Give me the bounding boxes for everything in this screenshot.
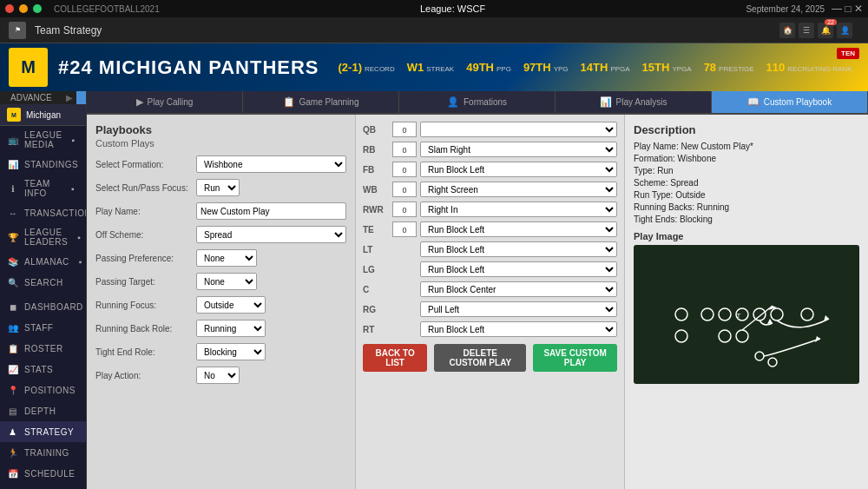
player-pos-rwr: RWR [363,205,389,215]
playbook-content: Playbooks Custom Plays Select Formation:… [87,115,868,489]
rb-role-label: Running Back Role: [95,324,191,334]
passing-pref-select[interactable]: None [196,249,257,267]
off-scheme-select[interactable]: Spread [196,226,346,243]
sidebar-item-staff[interactable]: 👥 STAFF [0,317,86,338]
home-icon[interactable]: 🏠 [779,23,795,38]
desc-type-label: Type: [634,166,657,175]
play-name-input[interactable] [196,202,346,220]
close-dot[interactable] [5,4,14,13]
back-to-list-button[interactable]: Back To List [363,344,427,372]
sidebar-item-league-media[interactable]: 📺 LEAGUE MEDIA ▪ [0,126,86,154]
sidebar-item-search[interactable]: 🔍 SEARCH [0,272,86,293]
tab-custom-playbook[interactable]: 📖 Custom Playbook [712,91,868,113]
save-custom-play-button[interactable]: Save Custom Play [533,344,617,372]
team-stat-record: (2-1) RECORD [339,61,395,74]
player-row-wb: WB 0 Right Screen [363,182,617,197]
play-action-select[interactable]: No [196,367,240,384]
playbook-left-panel: Playbooks Custom Plays Select Formation:… [87,115,356,489]
advance-btn[interactable]: ADVANCE [0,91,62,104]
desc-scheme-label: Scheme: [634,178,670,188]
sidebar-item-team-info[interactable]: ℹ TEAM INFO ▪ [0,175,86,202]
svg-text:T: T [737,312,741,320]
action-buttons: Back To List Delete Custom Play Save Cus… [363,344,617,372]
bell-icon[interactable]: 🔔 [818,23,833,38]
player-action-rb[interactable]: Slam Right [420,142,617,157]
select-formation-label: Select Formation: [95,160,191,169]
sidebar-label-dashboard: DASHBOARD [24,302,83,312]
player-action-qb[interactable] [420,122,617,137]
team-selector[interactable]: M Michigan [0,104,86,126]
standings-icon: 📊 [7,158,19,170]
stat-lbl-record: RECORD [365,65,395,73]
league-label: League: WSCF [420,3,485,14]
desc-formation: Formation: Wishbone [634,154,859,163]
te-role-select[interactable]: Blocking [196,343,266,360]
sidebar-item-training[interactable]: 🏃 TRAINING [0,442,86,463]
running-focus-label: Running Focus: [95,301,191,310]
player-row-rt: RT Run Block Left [363,321,617,337]
player-action-rt[interactable]: Run Block Left [420,321,617,337]
player-action-rg[interactable]: Pull Left [420,301,617,317]
sidebar-item-schedule[interactable]: 📅 SCHEDULE [0,463,86,484]
delete-custom-play-button[interactable]: Delete Custom Play [434,344,526,372]
sidebar-item-positions[interactable]: 📍 POSITIONS [0,380,86,400]
sidebar-item-almanac[interactable]: 📚 ALMANAC ▪ [0,251,86,272]
tab-play-analysis[interactable]: 📊 Play Analysis [556,91,712,113]
player-action-c[interactable]: Run Block Center [420,281,617,297]
desc-play-name-label: Play Name: [634,142,681,151]
sidebar-item-roster[interactable]: 📋 ROSTER [0,338,86,359]
playbook-right-panel: Description Play Name: New Custom Play* … [625,115,868,489]
rb-role-select[interactable]: Running [196,320,266,337]
sidebar-item-league-leaders[interactable]: 🏆 LEAGUE LEADERS ▪ [0,223,86,251]
player-action-lg[interactable]: Run Block Left [420,261,617,277]
player-action-fb[interactable]: Run Block Left [420,162,617,177]
minimize-dot[interactable] [19,4,28,13]
desc-tight-ends-label: Tight Ends: [634,215,680,224]
user-icon[interactable]: 👤 [837,23,852,38]
stat-lbl-prestige: PRESTIGE [719,65,753,73]
stat-val-ppga: 14TH [581,61,608,74]
player-action-lt[interactable]: Run Block Left [420,241,617,257]
play-sim-btn[interactable]: PLAY/SIM [76,91,87,104]
form-row-select-formation: Select Formation: Wishbone [95,155,346,173]
tab-play-calling-label: Play Calling [148,97,194,107]
player-action-rwr[interactable]: Right In [420,202,617,217]
player-action-te[interactable]: Run Block Left [420,221,617,237]
passing-target-select[interactable]: None [196,273,257,290]
player-pos-fb: FB [363,165,389,175]
sidebar-item-dashboard[interactable]: ◼ DASHBOARD [0,296,86,317]
sidebar-item-stats[interactable]: 📈 STATS [0,359,86,380]
sidebar-item-standings[interactable]: 📊 STANDINGS ▪ [0,154,86,175]
sidebar: ADVANCE ▶ PLAY/SIM ▶ M Michigan 📺 LEAGUE… [0,91,87,489]
sidebar-item-strategy[interactable]: ♟ STRATEGY [0,421,86,442]
desc-running-backs: Running Backs: Running [634,202,859,212]
play-action-label: Play Action: [95,371,191,380]
sidebar-label-schedule: SCHEDULE [24,469,79,479]
tab-game-planning[interactable]: 📋 Game Planning [243,91,399,113]
tab-formations[interactable]: 👤 Formations [399,91,556,113]
sidebar-arrow-almanac: ▪ [75,255,87,268]
team-name: #24 MICHIGAN PANTHERS [58,56,319,79]
tab-play-calling[interactable]: ▶ Play Calling [87,91,243,113]
desc-tight-ends: Tight Ends: Blocking [634,215,859,224]
form-row-rb-role: Running Back Role: Running [95,320,346,337]
sidebar-item-transactions[interactable]: ↔ TRANSACTIONS ▪ [0,202,86,223]
run-pass-select[interactable]: Run [196,179,240,196]
running-focus-select[interactable]: Outside [196,296,266,314]
team-stat-ypg: 97TH YPG [523,61,569,74]
desc-type: Type: Run [634,166,859,175]
maximize-dot[interactable] [33,4,42,13]
sidebar-item-history[interactable]: 📜 HISTORY [0,484,86,489]
sidebar-item-depth[interactable]: ▤ DEPTH [0,400,86,421]
almanac-icon: 📚 [7,255,19,268]
sidebar-label-staff: STAFF [24,323,79,333]
player-action-wb[interactable]: Right Screen [420,182,617,197]
section-subtitle: Custom Plays [95,138,346,149]
schedule-icon: 📅 [7,467,19,479]
list-icon[interactable]: ☰ [799,23,814,38]
select-formation-select[interactable]: Wishbone [196,155,346,173]
depth-icon: ▤ [7,405,19,417]
stat-lbl-ypga: YPGA [672,65,691,73]
game-planning-tab-icon: 📋 [283,96,295,108]
positions-icon: 📍 [7,384,19,396]
